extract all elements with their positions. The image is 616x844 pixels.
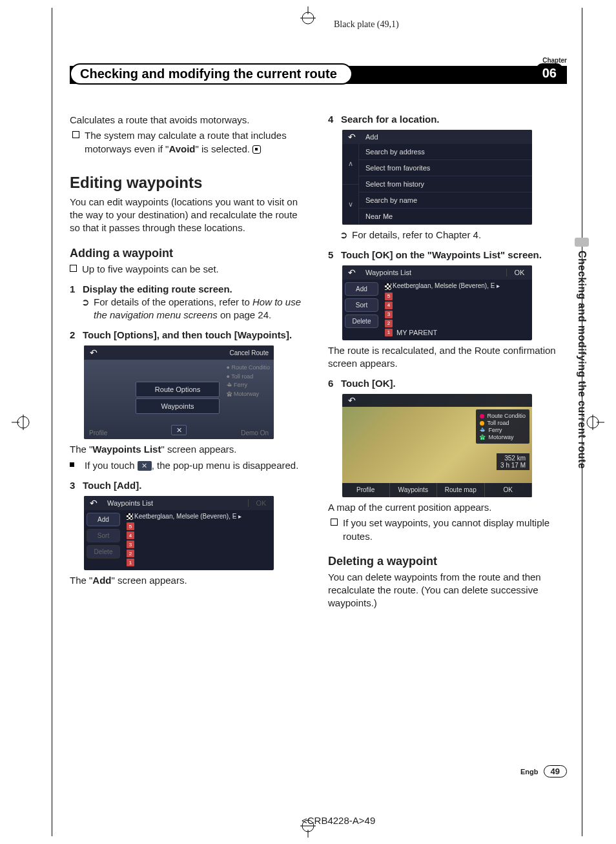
crop-mark-top (298, 6, 318, 26)
step1-ref: ➲ For details of the operations, refer t… (81, 296, 309, 322)
list-item[interactable]: Select from history (359, 176, 532, 192)
square-bullet-icon (70, 462, 74, 467)
side-tab-marker (575, 238, 589, 247)
side-tab-title: Checking and modifying the current route (576, 251, 588, 469)
destination-row[interactable]: Keetberglaan, Melsele (Beveren), E ▸ (127, 513, 270, 520)
wp-row[interactable]: 2 (385, 320, 528, 327)
wp-row[interactable]: 4 (385, 302, 528, 309)
map-legend: Route Conditio Toll road ⛴Ferry 🛣Motorwa… (476, 409, 529, 444)
sort-button[interactable]: Sort (345, 298, 378, 312)
step-2: 2Touch [Options], and then touch [Waypoi… (70, 329, 309, 340)
wp-row: 2 (127, 550, 270, 557)
chapter-number: 06 (536, 63, 563, 83)
intro-text: Calculates a route that avoids motorways… (70, 114, 309, 127)
note-box-icon (331, 519, 338, 526)
dest-flag-icon (127, 513, 133, 520)
left-column: Calculates a route that avoids motorways… (70, 114, 309, 613)
wp-row[interactable]: 1MY PARENT (385, 329, 528, 336)
step4-ref: ➲ For details, refer to Chapter 4. (340, 229, 567, 242)
black-plate-label: Black plate (49,1) (334, 19, 399, 30)
map-routemap-button[interactable]: Route map (437, 483, 485, 497)
footer-page-number: 49 (544, 765, 567, 777)
wp-row[interactable]: 5 (385, 293, 528, 300)
list-item[interactable]: Search by address (359, 144, 532, 160)
heading-editing-waypoints: Editing waypoints (70, 174, 309, 192)
popup-side-legend: ● Route Conditio ● Toll road ⛴ Ferry 🛣 M… (227, 364, 270, 398)
wp-row: 1 (127, 559, 270, 566)
ss-title: Add (362, 133, 532, 141)
page-footer: Engb 49 (520, 765, 567, 777)
screenshot-waypoints-list-1: ↶ Waypoints List OK Add Sort Delete Keet… (84, 496, 274, 570)
dest-flag-icon (385, 283, 391, 290)
add-button[interactable]: Add (87, 513, 120, 526)
chapter-header: Chapter Checking and modifying the curre… (70, 66, 567, 88)
ok-button[interactable]: OK (506, 269, 532, 276)
screenshot-route-map: ↶ Route Conditio Toll road ⛴Ferry 🛣Motor… (342, 394, 532, 497)
back-icon[interactable]: ↶ (342, 395, 362, 406)
ref-arrow-icon: ➲ (340, 229, 348, 242)
wp-row: 3 (127, 540, 270, 548)
step-1: 1Display the editing route screen. ➲ For… (70, 283, 309, 322)
after-step2-text: The "Waypoints List" screen appears. (70, 443, 309, 456)
step-6: 6Touch [OK]. (328, 378, 567, 389)
popup-route-options[interactable]: Route Options (136, 382, 220, 397)
end-section-icon (252, 145, 261, 154)
crop-mark-left (12, 413, 31, 432)
step-5: 5Touch [OK] on the "Waypoints List" scre… (328, 249, 567, 260)
note-multiple-routes: If you set waypoints, you cannot display… (331, 517, 567, 543)
sort-button: Sort (87, 529, 120, 542)
crop-mark-right (585, 413, 604, 432)
step-4: 4Search for a location. (328, 114, 567, 125)
list-item[interactable]: Search by name (359, 192, 532, 209)
right-column: 4Search for a location. ↶ Add ∧ ∨ Search… (328, 114, 567, 613)
popup-profile[interactable]: Profile (89, 429, 107, 437)
back-icon[interactable]: ↶ (84, 498, 103, 508)
popup-waypoints[interactable]: Waypoints (136, 398, 220, 414)
destination-row[interactable]: Keetberglaan, Melsele (Beveren), E ▸ (385, 282, 528, 289)
note-box-icon (72, 131, 79, 138)
ok-button-dim: OK (248, 499, 274, 507)
note-up-to-five: Up to five waypoints can be set. (70, 263, 309, 276)
popup-demo[interactable]: Demo On (241, 429, 269, 437)
note-box-icon (70, 265, 77, 272)
screenshot-options-popup: ↶ Cancel Route ● Route Conditio ● Toll r… (84, 345, 274, 439)
back-icon[interactable]: ↶ (342, 267, 362, 278)
scroll-down-icon[interactable]: ∨ (342, 185, 359, 225)
deleting-waypoint-body: You can delete waypoints from the route … (328, 571, 567, 610)
editing-waypoints-body: You can edit waypoints (locations you wa… (70, 196, 309, 235)
list-item[interactable]: Select from favorites (359, 160, 532, 176)
list-item[interactable]: Near Me (359, 209, 532, 225)
back-icon[interactable]: ↶ (84, 347, 103, 358)
cancel-route-label[interactable]: Cancel Route (229, 349, 269, 356)
delete-button[interactable]: Delete (345, 314, 378, 328)
ref-arrow-icon: ➲ (81, 296, 90, 322)
ss-title: Waypoints List (103, 499, 248, 507)
map-distance: 352 km3 h 17 M (497, 453, 529, 470)
screenshot-waypoints-list-2: ↶ Waypoints List OK Add Sort Delete Keet… (342, 265, 532, 340)
note-avoid: The system may calculate a route that in… (72, 129, 309, 156)
popup-close-note: If you touch ✕, the pop-up menu is disap… (70, 459, 309, 472)
heading-deleting-waypoint: Deleting a waypoint (328, 555, 567, 568)
wp-row[interactable]: 3 (385, 311, 528, 318)
map-profile-button[interactable]: Profile (342, 483, 390, 497)
back-icon[interactable]: ↶ (342, 132, 362, 142)
screenshot-add-search: ↶ Add ∧ ∨ Search by address Select from … (342, 130, 532, 225)
doc-code: <CRB4228-A>49 (302, 815, 375, 826)
chapter-title: Checking and modifying the current route (70, 63, 353, 85)
map-ok-button[interactable]: OK (485, 483, 533, 497)
ss-title: Waypoints List (362, 269, 506, 276)
add-button[interactable]: Add (345, 282, 378, 296)
after-step3-text: The "Add" screen appears. (70, 574, 309, 587)
after-step6-text: A map of the current position appears. (328, 501, 567, 514)
delete-button: Delete (87, 545, 120, 559)
wp-row: 4 (127, 531, 270, 539)
map-waypoints-button[interactable]: Waypoints (390, 483, 438, 497)
heading-adding-waypoint: Adding a waypoint (70, 247, 309, 260)
x-icon[interactable]: ✕ (138, 461, 152, 471)
footer-lang: Engb (520, 768, 539, 776)
wp-row: 5 (127, 522, 270, 530)
scroll-up-icon[interactable]: ∧ (342, 144, 359, 185)
after-step5-text: The route is recalculated, and the Route… (328, 344, 567, 371)
step-3: 3Touch [Add]. (70, 480, 309, 491)
